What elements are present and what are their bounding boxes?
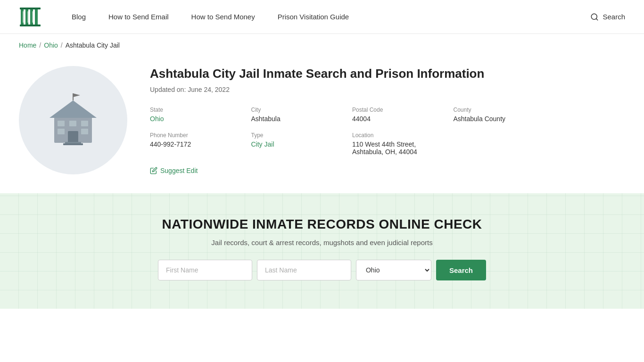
svg-rect-6 [23, 11, 25, 23]
suggest-edit-link[interactable]: Suggest Edit [150, 167, 547, 174]
location-line2: Ashtabula, OH, 44004 [352, 148, 547, 156]
city-label: City [251, 107, 345, 113]
svg-marker-14 [73, 93, 80, 97]
header-search[interactable]: Search [590, 13, 625, 21]
svg-rect-4 [20, 8, 41, 9]
nav-visitation[interactable]: Prison Visitation Guide [266, 13, 360, 21]
breadcrumb-sep-1: / [39, 41, 41, 49]
nav-blog[interactable]: Blog [60, 13, 97, 21]
breadcrumb-current: Ashtabula City Jail [66, 41, 120, 49]
svg-rect-15 [68, 131, 78, 143]
breadcrumb-state[interactable]: Ohio [44, 41, 58, 49]
type-label: Type [251, 132, 345, 139]
svg-rect-20 [81, 129, 88, 134]
records-section: NATIONWIDE INMATE RECORDS ONLINE CHECK J… [0, 193, 644, 309]
records-subtitle: Jail records, court & arrest records, mu… [19, 239, 625, 247]
pencil-icon [150, 167, 157, 174]
state-label: State [150, 107, 244, 113]
search-icon [590, 13, 599, 21]
nav-send-money[interactable]: How to Send Money [180, 13, 266, 21]
svg-rect-3 [35, 8, 38, 25]
facility-title: Ashtabula City Jail Inmate Search and Pr… [150, 66, 547, 82]
breadcrumb-sep-2: / [61, 41, 63, 49]
nav-send-email[interactable]: How to Send Email [97, 13, 180, 21]
last-name-input[interactable] [257, 260, 351, 280]
svg-marker-12 [50, 100, 97, 118]
city-cell: City Ashtabula [251, 107, 345, 123]
site-logo[interactable] [19, 6, 41, 28]
svg-line-10 [596, 18, 598, 20]
facility-image [19, 66, 127, 174]
svg-rect-18 [81, 121, 88, 126]
postal-label: Postal Code [352, 107, 446, 113]
city-value: Ashtabula [251, 115, 345, 123]
search-label: Search [603, 13, 625, 21]
svg-rect-16 [58, 121, 65, 126]
svg-rect-8 [32, 11, 34, 23]
phone-label: Phone Number [150, 132, 244, 139]
svg-rect-22 [63, 143, 83, 145]
state-select[interactable]: AlabamaAlaskaArizonaArkansasCaliforniaCo… [356, 260, 431, 280]
location-label: Location [352, 132, 547, 139]
site-header: Blog How to Send Email How to Send Money… [0, 0, 644, 34]
main-nav: Blog How to Send Email How to Send Money… [60, 13, 590, 21]
suggest-edit-label: Suggest Edit [160, 167, 198, 174]
postal-cell: Postal Code 44004 [352, 107, 446, 123]
info-grid: State Ohio City Ashtabula Postal Code 44… [150, 107, 547, 156]
postal-value: 44004 [352, 115, 446, 123]
phone-value: 440-992-7172 [150, 140, 244, 148]
updated-date: Updated on: June 24, 2022 [150, 86, 547, 93]
records-title: NATIONWIDE INMATE RECORDS ONLINE CHECK [19, 217, 625, 232]
location-line1: 110 West 44th Street, [352, 140, 547, 148]
county-cell: County Ashtabula County [454, 107, 547, 123]
breadcrumb: Home / Ohio / Ashtabula City Jail [0, 34, 644, 57]
svg-rect-19 [58, 129, 65, 134]
breadcrumb-home[interactable]: Home [19, 41, 36, 49]
location-cell: Location 110 West 44th Street, Ashtabula… [352, 132, 547, 156]
state-value[interactable]: Ohio [150, 115, 244, 123]
records-search-form: AlabamaAlaskaArizonaArkansasCaliforniaCo… [19, 260, 625, 280]
svg-rect-5 [20, 25, 41, 26]
state-cell: State Ohio [150, 107, 244, 123]
svg-rect-17 [69, 121, 76, 126]
main-content: Ashtabula City Jail Inmate Search and Pr… [0, 57, 566, 193]
type-value[interactable]: City Jail [251, 140, 345, 148]
type-cell: Type City Jail [251, 132, 345, 156]
phone-cell: Phone Number 440-992-7172 [150, 132, 244, 156]
county-value: Ashtabula County [454, 115, 547, 123]
county-label: County [454, 107, 547, 113]
building-icon [42, 89, 104, 152]
first-name-input[interactable] [158, 260, 252, 280]
records-search-button[interactable]: Search [436, 260, 486, 280]
svg-rect-7 [27, 11, 29, 23]
facility-info: Ashtabula City Jail Inmate Search and Pr… [150, 66, 547, 174]
